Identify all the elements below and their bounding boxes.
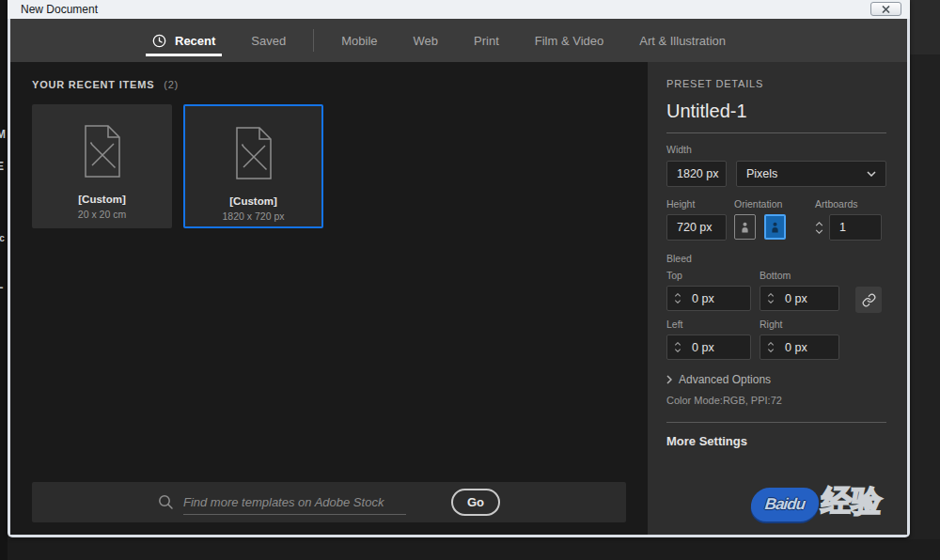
advanced-options-label: Advanced Options <box>679 373 771 386</box>
tab-print[interactable]: Print <box>456 19 517 62</box>
tab-label: Recent <box>175 34 215 48</box>
stepper-up-icon <box>767 293 775 297</box>
bleed-left-value: 0 px <box>692 341 714 354</box>
stepper-up-icon <box>815 222 823 226</box>
tab-film-video[interactable]: Film & Video <box>517 19 621 62</box>
stock-search-input[interactable] <box>183 490 406 515</box>
landscape-person-icon <box>770 221 780 234</box>
recent-items-count: (2) <box>164 79 179 90</box>
stepper-down-icon <box>674 300 682 303</box>
units-value: Pixels <box>746 167 777 180</box>
background-app-strip: M E tc L <box>0 0 8 560</box>
bleed-right-input[interactable]: 0 px <box>760 334 839 360</box>
stepper-down-icon <box>815 229 823 234</box>
tab-label: Web <box>414 34 439 48</box>
artboards-label: Artboards <box>815 198 886 210</box>
recent-item-dimensions: 1820 x 720 px <box>223 210 285 222</box>
bleed-top-label: Top <box>666 270 751 281</box>
background-fragment: tc <box>0 233 5 243</box>
units-dropdown[interactable]: Pixels <box>736 161 886 187</box>
bleed-left-stepper[interactable] <box>667 342 685 352</box>
tab-label: Art & Illustration <box>639 34 726 48</box>
tab-art-illustration[interactable]: Art & Illustration <box>621 19 744 62</box>
stepper-down-icon <box>767 349 775 352</box>
recent-item-card[interactable]: [Custom] 20 x 20 cm <box>32 104 172 228</box>
recent-item-dimensions: 20 x 20 cm <box>78 209 126 220</box>
tab-label: Print <box>474 34 499 48</box>
tab-mobile[interactable]: Mobile <box>323 19 395 62</box>
recent-item-name: [Custom] <box>78 194 125 205</box>
preset-details-heading: PRESET DETAILS <box>666 78 886 89</box>
height-input[interactable]: 720 px <box>666 214 727 241</box>
tab-divider <box>313 29 314 52</box>
artboards-input[interactable]: 1 <box>829 214 882 241</box>
color-mode-summary: Color Mode:RGB, PPI:72 <box>666 395 886 406</box>
artboards-stepper[interactable] <box>815 222 823 234</box>
dialog-content: Recent Saved Mobile Web Print Film & Vid… <box>10 19 907 535</box>
height-value: 720 px <box>677 221 713 234</box>
chevron-down-icon <box>867 171 876 177</box>
bleed-top-stepper[interactable] <box>667 293 685 303</box>
artboards-value: 1 <box>839 221 846 234</box>
tab-saved[interactable]: Saved <box>233 19 304 62</box>
recent-items-title: YOUR RECENT ITEMS <box>32 79 154 90</box>
stepper-up-icon <box>767 342 775 346</box>
tab-label: Mobile <box>341 34 377 48</box>
background-app-area-bottom <box>0 539 940 560</box>
width-value: 1820 px <box>677 167 718 180</box>
orientation-landscape-button[interactable] <box>764 214 786 240</box>
background-app-area <box>910 0 940 54</box>
stepper-up-icon <box>674 293 682 297</box>
recent-item-name: [Custom] <box>229 195 276 207</box>
recent-items-heading: YOUR RECENT ITEMS (2) <box>32 79 648 90</box>
tab-web[interactable]: Web <box>396 19 457 62</box>
bleed-bottom-value: 0 px <box>785 292 807 305</box>
adobe-stock-searchbar: Go <box>32 482 626 522</box>
new-document-dialog: New Document Recent Saved <box>8 0 910 537</box>
bleed-right-label: Right <box>760 319 839 330</box>
close-button[interactable] <box>870 2 901 16</box>
width-input[interactable]: 1820 px <box>666 161 727 187</box>
orientation-label: Orientation <box>734 198 807 210</box>
more-settings-button[interactable]: More Settings <box>666 434 886 448</box>
bleed-left-input[interactable]: 0 px <box>666 334 751 360</box>
bleed-bottom-stepper[interactable] <box>760 293 778 303</box>
custom-document-icon <box>230 126 277 180</box>
bleed-right-value: 0 px <box>785 341 807 354</box>
stepper-up-icon <box>674 342 682 346</box>
portrait-person-icon <box>740 221 750 234</box>
clock-icon <box>152 34 166 48</box>
bleed-bottom-label: Bottom <box>760 270 839 281</box>
background-fragment: L <box>0 278 3 291</box>
bleed-link-button[interactable] <box>855 287 882 313</box>
background-fragment: E <box>0 160 4 173</box>
spacer <box>10 228 648 482</box>
bleed-right-stepper[interactable] <box>760 342 778 352</box>
bleed-label: Bleed <box>666 253 886 264</box>
link-icon <box>862 293 876 307</box>
tab-recent[interactable]: Recent <box>134 19 233 62</box>
bleed-bottom-input[interactable]: 0 px <box>760 286 839 311</box>
stepper-down-icon <box>767 300 775 303</box>
titlebar: New Document <box>8 0 910 19</box>
bleed-top-input[interactable]: 0 px <box>666 286 751 311</box>
panel-divider <box>666 422 886 423</box>
orientation-portrait-button[interactable] <box>734 214 756 240</box>
screen: { "window": { "title": "New Document" },… <box>0 0 940 560</box>
height-label: Height <box>666 198 727 210</box>
custom-document-icon <box>79 124 126 179</box>
preset-details-panel: PRESET DETAILS Untitled-1 Width 1820 px … <box>648 62 907 535</box>
tab-label: Film & Video <box>535 34 603 48</box>
document-name-field[interactable]: Untitled-1 <box>666 101 886 133</box>
close-icon <box>882 6 890 13</box>
go-button[interactable]: Go <box>451 489 500 516</box>
recent-item-card-selected[interactable]: [Custom] 1820 x 720 px <box>183 104 323 228</box>
advanced-options-toggle[interactable]: Advanced Options <box>666 373 886 386</box>
chevron-right-icon <box>666 375 672 384</box>
recent-items-list: [Custom] 20 x 20 cm [Custom] 1820 x 720 … <box>32 104 648 228</box>
width-label: Width <box>666 144 886 155</box>
recent-items-area: YOUR RECENT ITEMS (2) [Custom] 20 x 20 c… <box>10 62 648 535</box>
window-title: New Document <box>21 3 98 16</box>
category-tabbar: Recent Saved Mobile Web Print Film & Vid… <box>10 19 907 62</box>
background-fragment: M <box>0 128 6 141</box>
